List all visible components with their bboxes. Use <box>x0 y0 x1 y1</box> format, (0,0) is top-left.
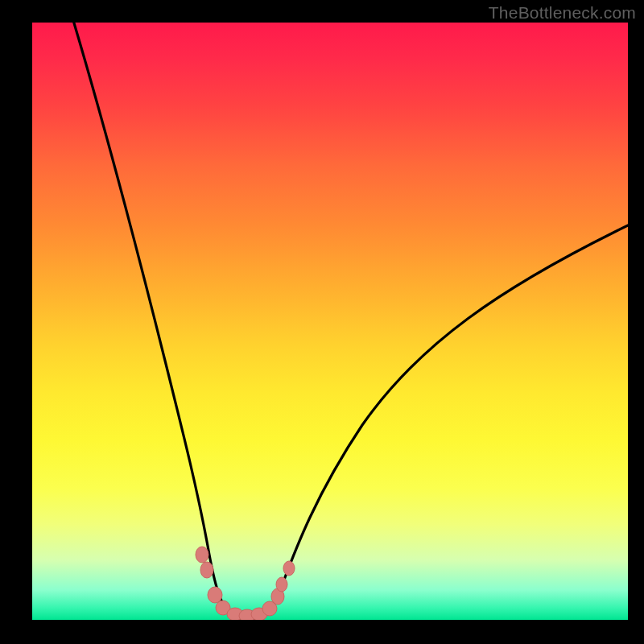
plot-area <box>32 23 628 620</box>
curve-marker <box>200 562 213 578</box>
curve-marker <box>276 577 287 592</box>
bottleneck-curve <box>32 23 628 620</box>
curve-marker <box>283 561 295 576</box>
watermark-text: TheBottleneck.com <box>489 3 636 23</box>
curve-marker <box>208 587 222 603</box>
chart-frame: TheBottleneck.com <box>0 0 644 644</box>
curve-marker <box>196 547 208 563</box>
curve-path <box>74 23 628 619</box>
